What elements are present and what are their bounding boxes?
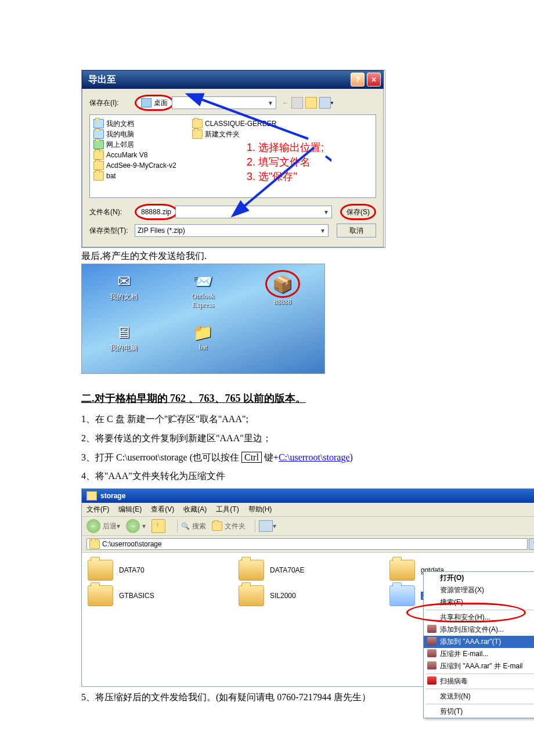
search-button[interactable]: 🔍搜索 xyxy=(181,521,206,531)
context-menu-item[interactable]: 压缩到 "AAA.rar" 并 E-mail xyxy=(424,660,534,672)
desktop-icon-label: 88888 xyxy=(274,298,291,307)
context-menu-item[interactable]: 资源管理器(X) xyxy=(424,584,534,596)
views-button[interactable]: ▾ xyxy=(259,520,276,532)
nav-viewmenu-icon[interactable] xyxy=(319,97,331,109)
context-menu-label: 打开(O) xyxy=(440,574,464,582)
desktop-icon-my-computer[interactable]: 🖥我的电脑 xyxy=(85,319,163,370)
dialog-title: 导出至 xyxy=(88,74,116,86)
desktop-icon-my-documents[interactable]: ✉我的文档 xyxy=(85,268,163,319)
file-item[interactable]: 我的文档 xyxy=(93,118,192,129)
folder-item[interactable]: DATA70AE xyxy=(239,557,389,583)
context-menu-label: 资源管理器(X) xyxy=(440,586,484,594)
address-input[interactable]: C:\userroot\storage xyxy=(86,538,528,550)
nav-newfolder-icon[interactable] xyxy=(305,97,317,109)
folder-icon xyxy=(239,585,264,606)
context-menu-label: 发送到(N) xyxy=(440,692,471,700)
menu-item[interactable]: 工具(T) xyxy=(216,505,239,513)
annotation-2: 2. 填写文件名 xyxy=(247,155,324,170)
context-menu-item[interactable]: 搜索(E)... xyxy=(424,596,534,609)
folder-item[interactable]: GTBASICS xyxy=(88,583,239,609)
context-menu-item[interactable]: 添加到 "AAA.rar"(T) xyxy=(424,636,534,648)
explorer-body[interactable]: DATA70DATA70AEggtdataGTBASICSSIL2000AAAA… xyxy=(82,553,534,686)
desktop-icon-label: bat xyxy=(199,343,208,352)
context-menu-label: 搜索(E)... xyxy=(440,598,469,606)
arc-icon xyxy=(427,661,436,669)
forward-button[interactable]: →▾ xyxy=(126,519,146,533)
filetype-dropdown[interactable]: ZIP Files (*.zip) ▼ xyxy=(135,224,329,237)
desktop-icon-archive-88888[interactable]: 📦88888 xyxy=(244,268,321,319)
context-menu-item[interactable]: 添加到压缩文件(A)... xyxy=(424,624,534,636)
menu-item[interactable]: 帮助(H) xyxy=(248,505,272,513)
section-title: 二.对于格柏早期的 762 、763、765 以前的版本。 xyxy=(81,391,453,405)
context-menu-item[interactable]: 扫描病毒 xyxy=(424,675,534,687)
context-menu-item[interactable]: 打开(O) xyxy=(424,572,534,584)
explorer-menubar[interactable]: 文件(F)编辑(E)查看(V)收藏(A)工具(T)帮助(H) xyxy=(82,503,534,517)
up-button[interactable]: ↑ xyxy=(151,519,168,533)
filetype-value: ZIP Files (*.zip) xyxy=(138,226,185,235)
file-item[interactable]: AcdSee-9-MyCrack-v2 xyxy=(93,160,192,171)
file-item[interactable]: bat xyxy=(93,171,192,181)
save-in-label: 保存在(I): xyxy=(89,98,135,108)
context-menu-item[interactable]: 压缩并 E-mail... xyxy=(424,648,534,660)
explorer-toolbar: ←后退 ▾ →▾ ↑ 🔍搜索 文件夹 ▾ xyxy=(82,517,534,536)
nav-back-icon[interactable]: ← xyxy=(282,99,289,107)
nav-up-icon[interactable] xyxy=(291,97,303,109)
file-list-pane[interactable]: 我的文档我的电脑网上邻居AccuMark V8AcdSee-9-MyCrack-… xyxy=(89,114,376,198)
file-item[interactable]: CLASSIQUE-GERBER xyxy=(192,118,291,129)
context-menu-label: 扫描病毒 xyxy=(440,677,468,685)
my-computer-glyph: 🖥 xyxy=(111,321,136,343)
save-in-dropdown[interactable]: 桌面 xyxy=(135,95,174,111)
context-menu-label: 压缩到 "AAA.rar" 并 E-mail xyxy=(440,662,523,670)
folder-icon xyxy=(239,560,264,581)
folders-button[interactable]: 文件夹 xyxy=(212,521,246,531)
filename-input[interactable]: 88888.zip xyxy=(135,204,178,220)
archive-88888-glyph: 📦 xyxy=(270,273,295,295)
file-item-label: 我的文档 xyxy=(106,119,134,129)
folder-icon xyxy=(93,161,104,170)
folder-icon xyxy=(93,171,104,181)
folder-icon xyxy=(88,560,113,581)
help-button[interactable]: ? xyxy=(351,73,365,87)
annotation-1: 1. 选择输出位置; xyxy=(247,141,324,155)
storage-path-link[interactable]: C:\userroot\storage xyxy=(279,452,350,462)
folder-icon xyxy=(89,539,100,549)
outlook-express-glyph: 📨 xyxy=(191,270,215,292)
desktop-icon-bat-folder[interactable]: 📁bat xyxy=(165,319,242,370)
file-item[interactable]: AccuMark V8 xyxy=(93,150,192,160)
folder-item[interactable]: SIL2000 xyxy=(239,583,389,609)
desktop-icon-outlook-express[interactable]: 📨Outlook Express xyxy=(165,268,242,319)
cancel-button[interactable]: 取消 xyxy=(337,224,376,237)
explorer-title: storage xyxy=(100,492,125,500)
file-item-label: AccuMark V8 xyxy=(106,151,147,159)
arc-icon xyxy=(427,625,436,633)
menu-item[interactable]: 收藏(A) xyxy=(183,505,207,513)
bat-folder-glyph: 📁 xyxy=(191,321,215,343)
menu-item[interactable]: 编辑(E) xyxy=(118,505,142,513)
folder-label: DATA70AE xyxy=(270,566,305,574)
menu-item[interactable]: 文件(F) xyxy=(86,505,109,513)
file-item-label: CLASSIQUE-GERBER xyxy=(205,120,276,128)
filetype-label: 保存类型(T): xyxy=(89,226,135,236)
context-menu-item[interactable]: 共享和安全(H)... xyxy=(424,611,534,624)
file-item[interactable]: 新建文件夹 xyxy=(192,129,291,139)
context-menu-item[interactable]: 发送到(N) xyxy=(424,690,534,703)
folder-icon xyxy=(88,585,113,606)
file-item-label: bat xyxy=(106,172,116,180)
caption-final: 5、将压缩好后的文件发给我们。(如有疑问请电 0760-7217944 唐先生） xyxy=(81,692,453,704)
file-item[interactable]: 我的电脑 xyxy=(93,129,192,139)
save-button[interactable]: 保存(S) xyxy=(340,204,376,220)
my-documents-icon xyxy=(93,119,104,128)
export-dialog: 导出至 ? × 保存在(I): 桌面 ▼ ← xyxy=(82,70,384,247)
back-button[interactable]: ←后退 ▾ xyxy=(86,519,120,533)
address-go-button[interactable]: ▾ xyxy=(529,538,534,550)
menu-item[interactable]: 查看(V) xyxy=(151,505,174,513)
file-item[interactable]: 网上邻居 xyxy=(93,139,192,150)
explorer-titlebar: storage xyxy=(82,489,534,503)
context-menu-item[interactable]: 剪切(T) xyxy=(424,705,534,718)
close-button[interactable]: × xyxy=(367,73,381,87)
folder-item[interactable]: DATA70 xyxy=(88,557,239,583)
save-in-arrow[interactable]: ▼ xyxy=(172,96,276,109)
folder-label: DATA70 xyxy=(119,566,145,574)
ctrl-key: Ctrl xyxy=(241,452,262,463)
file-item-label: 新建文件夹 xyxy=(205,129,240,139)
